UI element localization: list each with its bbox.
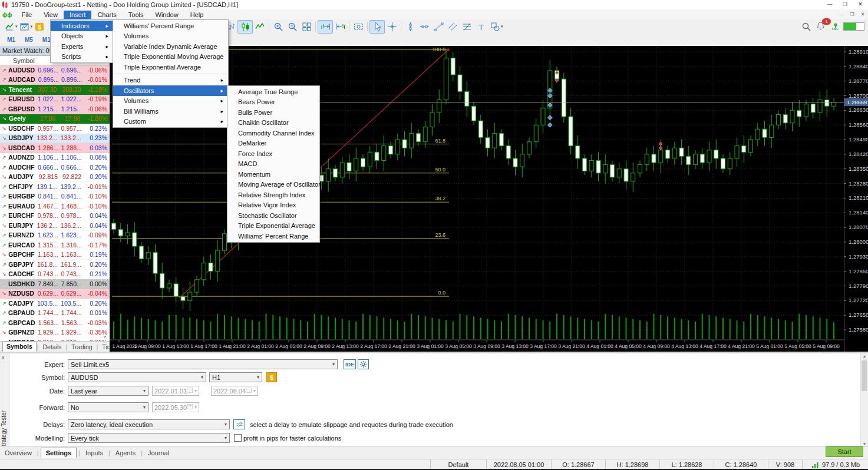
mdi-minimize-icon[interactable]: —	[836, 12, 847, 17]
menu-item-trend[interactable]: Trend▸	[113, 75, 228, 86]
menu-item-force-index[interactable]: Force Index	[227, 148, 319, 159]
menubar-item-view[interactable]: View	[38, 11, 64, 19]
menu-item-scripts[interactable]: Scripts▸	[51, 52, 113, 62]
profile-selector[interactable]: Default	[430, 459, 486, 469]
market-watch-row-audjpy[interactable]: ↘AUDJPY92.81592.8220.20%	[0, 173, 110, 183]
menu-item-bill-williams[interactable]: Bill Williams▸	[113, 106, 228, 117]
market-watch-row-usdhkd[interactable]: ·USDHKD7.849...7.850...0.00%	[0, 279, 110, 289]
period-select[interactable]: H1▾	[209, 372, 262, 382]
scroll-down-icon[interactable]: ▼	[861, 442, 868, 446]
cursor-icon[interactable]	[369, 20, 385, 34]
menu-item-moving-average-of-oscillator[interactable]: Moving Average of Oscillator	[227, 180, 319, 190]
tester-tab-journal[interactable]: Journal	[143, 448, 174, 458]
menu-item-oscillators[interactable]: Oscillators▸	[113, 85, 228, 96]
screenshot-icon[interactable]	[351, 21, 365, 33]
chart-shift-icon[interactable]	[318, 20, 333, 34]
symbol-select[interactable]: AUDUSD▾	[68, 372, 206, 382]
menubar-item-window[interactable]: Window	[150, 11, 184, 19]
market-watch-row-gbpjpy[interactable]: ↗GBPJPY161.8...161.9...0.20%	[0, 260, 110, 270]
menubar-item-insert[interactable]: Insert	[64, 11, 92, 19]
menubar-item-help[interactable]: Help	[184, 11, 210, 19]
tile-windows-icon[interactable]	[299, 21, 313, 33]
menu-item-bears-power[interactable]: Bears Power	[227, 97, 319, 108]
tab-details[interactable]: Details	[39, 343, 65, 351]
modelling-select[interactable]: Every tick▾	[68, 433, 230, 443]
menubar-item-tools[interactable]: Tools	[123, 11, 150, 19]
menubar-item-file[interactable]: File	[16, 11, 38, 19]
minimize-icon[interactable]: —	[822, 0, 837, 9]
market-watch-row-audnzd[interactable]: ↗AUDNZD1.106...1.106...0.08%	[0, 153, 110, 163]
line-chart-icon[interactable]	[253, 21, 267, 33]
crosshair-icon[interactable]	[385, 21, 399, 33]
expert-settings-gear-icon[interactable]	[358, 359, 369, 369]
menubar-item-charts[interactable]: Charts	[91, 11, 122, 19]
chevron-down-icon[interactable]: ▾	[501, 24, 503, 29]
market-watch-row-chfjpy[interactable]: ↗CHFJPY139.1...139.2...-0.01%	[0, 182, 110, 192]
market-watch-row-gbpaud[interactable]: ↗GBPAUD1.744...1.744...0.01%	[0, 309, 110, 319]
expert-select[interactable]: Sell Limit.ex5▾	[68, 359, 338, 369]
scroll-up-icon[interactable]: ▲	[861, 354, 868, 358]
market-watch-row-eurjpy[interactable]: ↘EURJPY136.2...136.2...0.04%	[0, 221, 110, 231]
tab-trading[interactable]: Trading	[68, 343, 95, 351]
market-watch-row-eurcad[interactable]: ↗EURCAD1.315...1.316...-0.17%	[0, 240, 110, 250]
market-watch-row-gbpchf[interactable]: ↘GBPCHF1.163...1.163...0.19%	[0, 250, 110, 260]
market-watch-row-usdjpy[interactable]: ↘USDJPY133.2...133.2...0.23%	[0, 134, 110, 144]
tester-tab-settings[interactable]: Settings	[41, 448, 77, 458]
candles-icon[interactable]	[237, 20, 253, 34]
scrollbar-thumb[interactable]	[862, 360, 867, 391]
chevron-down-icon[interactable]: ▾	[15, 24, 18, 29]
timeframe-button-m5[interactable]: M5	[20, 35, 38, 44]
menu-item-williams-percent-range[interactable]: Williams' Percent Range	[113, 21, 228, 31]
text-icon[interactable]: T	[474, 21, 488, 33]
restore-icon[interactable]: ❐	[837, 0, 853, 9]
menu-item-triple-exponential-average[interactable]: Triple Exponential Average	[227, 221, 319, 231]
market-watch-row-eurnzd[interactable]: ↗EURNZD1.623...1.623...-0.09%	[0, 231, 110, 241]
tester-tab-inputs[interactable]: Inputs	[81, 448, 108, 458]
zoom-out-icon[interactable]	[285, 21, 299, 33]
equidistant-channel-icon[interactable]	[445, 21, 460, 33]
date-mode-select[interactable]: Last year▾	[68, 386, 148, 396]
market-watch-row-geely[interactable]: ↘Geely17.8617.98-1.80%	[0, 114, 110, 124]
menu-item-volumes[interactable]: Volumes	[113, 31, 228, 42]
market-watch-row-nzdusd[interactable]: ↘NZDUSD0.629...0.629...-0.04%	[0, 289, 110, 299]
fibonacci-icon[interactable]	[460, 21, 474, 33]
horizontal-line-icon[interactable]	[417, 21, 431, 33]
forward-mode-select[interactable]: No▾	[68, 402, 148, 412]
market-watch-row-gbpcad[interactable]: ↗GBPCAD1.563...1.563...-0.03%	[0, 318, 110, 328]
mdi-close-icon[interactable]: ✕	[857, 12, 868, 17]
market-watch-row-audcad[interactable]: ↗AUDCAD0.896...0.896...-0.01%	[0, 75, 110, 85]
shapes-icon[interactable]	[488, 21, 502, 33]
menu-item-experts[interactable]: Experts▸	[51, 41, 113, 52]
menu-item-relative-vigor-index[interactable]: Relative Vigor Index	[227, 200, 319, 211]
menu-item-chaikin-oscillator[interactable]: Chaikin Oscillator	[227, 118, 319, 128]
close-icon[interactable]: ✕	[853, 0, 868, 9]
menu-item-custom[interactable]: Custom▸	[113, 117, 228, 127]
symbol-properties-dollar-button[interactable]: $	[266, 372, 277, 382]
tester-scrollbar[interactable]: ▲ ▼	[860, 353, 868, 446]
market-watch-row-tencent[interactable]: ↘Tencent307.30308.20-1.19%	[0, 85, 110, 95]
delays-slider-icon[interactable]	[233, 419, 245, 429]
search-icon[interactable]	[799, 21, 813, 33]
menu-item-volumes[interactable]: Volumes▸	[113, 96, 228, 107]
menu-item-commodity-channel-index[interactable]: Commodity Channel Index	[227, 128, 319, 138]
profit-in-pips-checkbox[interactable]	[234, 434, 242, 442]
menu-item-triple-exponential-moving-average[interactable]: Triple Exponential Moving Average	[113, 52, 228, 62]
lvl-status-icon[interactable]: LVL	[832, 23, 839, 31]
menu-item-variable-index-dynamic-average[interactable]: Variable Index Dynamic Average	[113, 41, 228, 52]
menu-item-momentum[interactable]: Momentum	[227, 169, 319, 180]
market-watch-row-cadjpy[interactable]: ↗CADJPY103.5...103.5...0.20%	[0, 299, 110, 309]
menu-item-stochastic-oscillator[interactable]: Stochastic Oscillator	[227, 210, 319, 221]
menu-item-average-true-range[interactable]: Average True Range	[227, 87, 319, 97]
menu-item-bulls-power[interactable]: Bulls Power	[227, 107, 319, 118]
market-watch-row-usdcad[interactable]: ↘USDCAD1.286...1.286...0.03%	[0, 143, 110, 153]
forward-date-field[interactable]: 2022.05.30 ▾	[152, 402, 199, 412]
market-watch-row-eurusd[interactable]: ↗EURUSD1.022...1.022...-0.19%	[0, 95, 110, 105]
menu-item-relative-strength-index[interactable]: Relative Strength Index	[227, 190, 319, 200]
chart-profiles-icon[interactable]	[18, 21, 32, 33]
date-to-field[interactable]: 2022.08.04 ▾	[211, 386, 258, 396]
trendline-icon[interactable]	[431, 21, 445, 33]
tester-tab-agents[interactable]: Agents	[111, 448, 140, 458]
menu-item-demarker[interactable]: DeMarker	[227, 138, 319, 149]
tester-tab-overview[interactable]: Overview	[0, 448, 37, 458]
start-button[interactable]: Start	[826, 446, 863, 457]
